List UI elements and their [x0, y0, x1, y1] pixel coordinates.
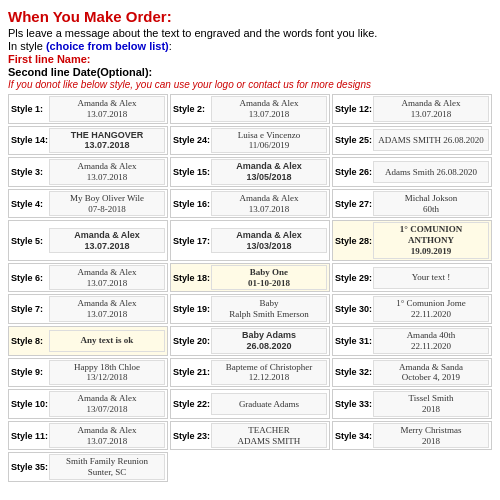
style-label: Style 11: — [11, 431, 49, 441]
style-label: Style 21: — [173, 367, 211, 377]
style-preview: Amanda & Alex 13.07.2018 — [49, 265, 165, 291]
style-label: Style 33: — [335, 399, 373, 409]
list-item: Style 33:Tissel Smith 2018 — [332, 389, 492, 419]
list-item: Style 1:Amanda & Alex 13.07.2018 — [8, 94, 168, 124]
line2: In style (choice from below list): — [8, 40, 492, 52]
style-label: Style 15: — [173, 167, 211, 177]
style-preview: Bapteme of Christopher 12.12.2018 — [211, 360, 327, 386]
list-item: Style 34:Merry Christmas 2018 — [332, 421, 492, 451]
style-preview: Amanda & Sanda October 4, 2019 — [373, 360, 489, 386]
main-title: When You Make Order: — [8, 8, 492, 25]
list-item: Style 19:Baby Ralph Smith Emerson — [170, 294, 330, 324]
list-item: Style 24:Luisa e Vincenzo 11/06/2019 — [170, 126, 330, 156]
style-label: Style 3: — [11, 167, 49, 177]
list-item: Style 30:1° Comunion Jome 22.11.2020 — [332, 294, 492, 324]
style-preview: Your text ! — [373, 267, 489, 289]
style-preview: Amanda & Alex 13.07.2018 — [373, 96, 489, 122]
line4: Second line Date(Optional): — [8, 66, 492, 78]
style-preview: Amanda & Alex 13.07.2018 — [49, 159, 165, 185]
style-preview: Amanda & Alex 13.07.2018 — [211, 191, 327, 217]
list-item: Style 6:Amanda & Alex 13.07.2018 — [8, 263, 168, 293]
style-preview: THE HANGOVER 13.07.2018 — [49, 128, 165, 154]
line3: First line Name: — [8, 53, 492, 65]
style-label: Style 19: — [173, 304, 211, 314]
style-label: Style 25: — [335, 135, 373, 145]
list-item: Style 5:Amanda & Alex 13.07.2018 — [8, 220, 168, 260]
list-item: Style 4:My Boy Oliver Wile 07-8-2018 — [8, 189, 168, 219]
style-preview: Tissel Smith 2018 — [373, 391, 489, 417]
style-label: Style 14: — [11, 135, 49, 145]
style-label: Style 9: — [11, 367, 49, 377]
list-item: Style 9:Happy 18th Chloe 13/12/2018 — [8, 358, 168, 388]
style-preview: Amanda & Alex 13/07/2018 — [49, 391, 165, 417]
warning-text: If you donot like below style, you can u… — [8, 79, 492, 90]
style-label: Style 12: — [335, 104, 373, 114]
list-item: Style 22:Graduate Adams — [170, 389, 330, 419]
style-preview: Adams Smith 26.08.2020 — [373, 161, 489, 183]
style-label: Style 29: — [335, 273, 373, 283]
style-preview: Any text is ok — [49, 330, 165, 352]
style-preview: Amanda & Alex 13.07.2018 — [49, 296, 165, 322]
list-item: Style 21:Bapteme of Christopher 12.12.20… — [170, 358, 330, 388]
list-item: Style 32:Amanda & Sanda October 4, 2019 — [332, 358, 492, 388]
list-item: Style 8:Any text is ok — [8, 326, 168, 356]
style-preview: Baby One 01-10-2018 — [211, 265, 327, 291]
style-preview: Amanda & Alex 13.07.2018 — [211, 96, 327, 122]
style-label: Style 5: — [11, 236, 49, 246]
style-label: Style 17: — [173, 236, 211, 246]
style-preview: 1° Comunion Jome 22.11.2020 — [373, 296, 489, 322]
styles-grid: Style 1:Amanda & Alex 13.07.2018Style 2:… — [8, 94, 492, 482]
style-label: Style 28: — [335, 236, 373, 246]
list-item: Style 17:Amanda & Alex 13/03/2018 — [170, 220, 330, 260]
style-label: Style 10: — [11, 399, 49, 409]
style-label: Style 34: — [335, 431, 373, 441]
style-label: Style 32: — [335, 367, 373, 377]
list-item: Style 11:Amanda & Alex 13.07.2018 — [8, 421, 168, 451]
list-item: Style 26:Adams Smith 26.08.2020 — [332, 157, 492, 187]
list-item: Style 15:Amanda & Alex 13/05/2018 — [170, 157, 330, 187]
list-item: Style 23:TEACHER ADAMS SMITH — [170, 421, 330, 451]
style-label: Style 1: — [11, 104, 49, 114]
list-item: Style 14:THE HANGOVER 13.07.2018 — [8, 126, 168, 156]
style-label: Style 26: — [335, 167, 373, 177]
style-preview: Amanda 40th 22.11.2020 — [373, 328, 489, 354]
list-item: Style 18:Baby One 01-10-2018 — [170, 263, 330, 293]
list-item: Style 28:1° COMUNION ANTHONY 19.09.2019 — [332, 220, 492, 260]
list-item: Style 27:Michal Jokson 60th — [332, 189, 492, 219]
style-label: Style 18: — [173, 273, 211, 283]
list-item: Style 16:Amanda & Alex 13.07.2018 — [170, 189, 330, 219]
style-preview: Luisa e Vincenzo 11/06/2019 — [211, 128, 327, 154]
style-label: Style 16: — [173, 199, 211, 209]
style-preview: Happy 18th Chloe 13/12/2018 — [49, 360, 165, 386]
style-preview: TEACHER ADAMS SMITH — [211, 423, 327, 449]
list-item: Style 2:Amanda & Alex 13.07.2018 — [170, 94, 330, 124]
header-section: When You Make Order: Pls leave a message… — [8, 8, 492, 90]
style-label: Style 8: — [11, 336, 49, 346]
style-label: Style 2: — [173, 104, 211, 114]
list-item: Style 10:Amanda & Alex 13/07/2018 — [8, 389, 168, 419]
style-label: Style 31: — [335, 336, 373, 346]
style-label: Style 6: — [11, 273, 49, 283]
line1: Pls leave a message about the text to en… — [8, 27, 492, 39]
style-preview: Michal Jokson 60th — [373, 191, 489, 217]
style-label: Style 23: — [173, 431, 211, 441]
style-preview: My Boy Oliver Wile 07-8-2018 — [49, 191, 165, 217]
style-label: Style 7: — [11, 304, 49, 314]
list-item: Style 7:Amanda & Alex 13.07.2018 — [8, 294, 168, 324]
style-label: Style 35: — [11, 462, 49, 472]
style-preview: Smith Family Reunion Sunter, SC — [49, 454, 165, 480]
style-label: Style 20: — [173, 336, 211, 346]
style-preview: Amanda & Alex 13.07.2018 — [49, 228, 165, 254]
style-preview: Graduate Adams — [211, 393, 327, 415]
list-item: Style 31:Amanda 40th 22.11.2020 — [332, 326, 492, 356]
style-label: Style 24: — [173, 135, 211, 145]
style-preview: Amanda & Alex 13.07.2018 — [49, 96, 165, 122]
style-preview: Baby Ralph Smith Emerson — [211, 296, 327, 322]
style-preview: Amanda & Alex 13.07.2018 — [49, 423, 165, 449]
style-preview: 1° COMUNION ANTHONY 19.09.2019 — [373, 222, 489, 258]
style-label: Style 27: — [335, 199, 373, 209]
style-preview: Amanda & Alex 13/03/2018 — [211, 228, 327, 254]
style-label: Style 30: — [335, 304, 373, 314]
list-item: Style 35:Smith Family Reunion Sunter, SC — [8, 452, 168, 482]
list-item: Style 29:Your text ! — [332, 263, 492, 293]
